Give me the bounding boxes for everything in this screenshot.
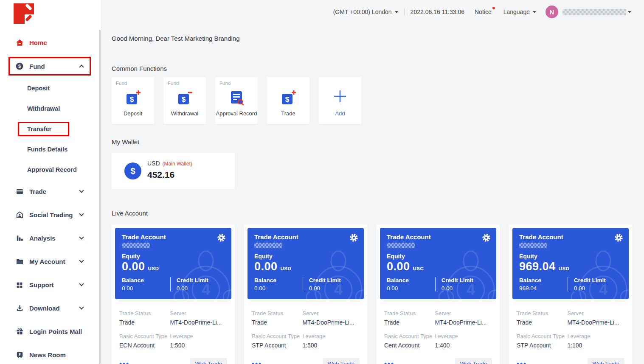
home-icon [15,38,24,47]
trade-plus-icon: $ [280,90,297,108]
sidebar-item-fund[interactable]: $ Fund [0,54,102,78]
sidebar-item-trade[interactable]: Trade [0,180,102,203]
sidebar-item-download[interactable]: Download [0,297,102,320]
wallet-amount: 452.16 [147,170,174,180]
web-trade-button[interactable]: Web Trade [190,358,227,364]
web-trade-button[interactable]: Web Trade [455,358,492,364]
account-number-redacted [254,243,282,248]
cf-card-withdrawal[interactable]: Fund $ Withdrawal [163,77,206,124]
leverage-value: 1:400 [435,342,492,349]
download-icon [15,304,24,313]
sidebar-item-withdrawal[interactable]: Withdrawal [0,98,102,119]
wallet-card[interactable]: $ USD(Main Wallet) 452.16 [112,153,235,189]
sidebar-item-social-trading[interactable]: Social Trading [0,203,102,227]
chevron-up-icon [79,64,84,69]
account-number-redacted [122,243,150,248]
wallet-main-tag: (Main Wallet) [163,161,192,167]
gear-icon[interactable] [349,233,358,242]
sidebar-item-transfer[interactable]: Transfer [0,119,102,139]
more-options-button[interactable]: ••• [384,362,394,364]
sidebar-item-funds-details[interactable]: Funds Details [0,139,102,160]
sidebar-item-deposit[interactable]: Deposit [0,78,102,98]
trade-account-card: 4 Trade Account Equity 0.00 USC Balance … [377,224,500,364]
trade-status-label: Trade Status [119,310,170,316]
server-value: MT4-DooPrime-Li... [435,319,492,326]
credit-limit-label: Credit Limit [442,277,489,283]
more-options-button[interactable]: ••• [119,362,129,364]
svg-text:$: $ [285,95,290,104]
more-options-button[interactable]: ••• [252,362,262,364]
account-type-label: Basic Account Type [252,333,302,339]
sidebar-item-news-room[interactable]: News Room [0,343,102,364]
account-type-label: Basic Account Type [517,333,567,339]
account-number-redacted [519,243,547,248]
balance-value: 0.00 [387,285,435,291]
sidebar-item-approval-record[interactable]: Approval Record [0,160,102,180]
username-redacted [562,9,626,15]
equity-label: Equity [519,253,622,260]
caret-down-icon [395,11,398,13]
trade-account-card: 4 Trade Account Equity 969.04 USD Balanc… [509,224,632,364]
trade-account-summary: 4 Trade Account Equity 969.04 USD Balanc… [512,228,629,299]
user-menu-caret-icon[interactable] [628,11,631,13]
equity-value: 0.00 [122,260,145,273]
account-type-value: Cent Account [384,342,435,349]
cf-card-trade[interactable]: $ Trade [267,77,309,124]
web-trade-button[interactable]: Web Trade [323,358,360,364]
svg-text:$: $ [130,95,134,104]
sidebar-item-login-points-mall[interactable]: Login Points Mall [0,320,102,343]
chevron-down-icon [79,211,84,216]
equity-label: Equity [122,253,225,260]
leverage-value: 1:500 [302,342,360,349]
svg-text:$: $ [182,95,186,104]
avatar[interactable]: N [546,6,558,18]
sidebar-item-home[interactable]: Home [0,31,102,54]
balance-value: 0.00 [254,285,303,291]
equity-currency: USD [148,266,159,271]
cf-card-deposit[interactable]: Fund $ Deposit [112,77,154,124]
brand-logo-icon[interactable] [14,3,34,24]
cf-card-add[interactable]: Add [319,77,361,124]
equity-value: 0.00 [387,260,410,273]
deposit-icon: $ [124,90,141,108]
chevron-down-icon [79,235,84,239]
balance-label: Balance [519,277,568,283]
credit-limit-label: Credit Limit [574,277,622,283]
chevron-down-icon [79,281,84,286]
gear-icon[interactable] [482,233,491,242]
timezone-dropdown[interactable]: (GMT +00:00) London [333,8,398,15]
trade-status-value: Trade [384,319,435,326]
gear-icon[interactable] [614,233,623,242]
trade-status-value: Trade [119,319,170,326]
balance-label: Balance [254,277,303,283]
sidebar-item-support[interactable]: Support [0,273,102,297]
equity-currency: USD [281,266,292,271]
sidebar-item-my-account[interactable]: My Account [0,250,102,273]
sidebar-item-analysis[interactable]: Analysis [0,227,102,250]
support-icon [15,281,24,289]
chevron-down-icon [79,188,84,193]
credit-limit-value: 0.00 [574,285,622,291]
server-label: Server [170,310,227,316]
sidebar-scrollbar[interactable] [99,30,101,364]
withdrawal-icon: $ [176,90,193,108]
gear-icon[interactable] [217,233,226,242]
equity-value: 969.04 [519,260,556,273]
cf-card-approval-record[interactable]: Fund Approval Record [215,77,258,124]
language-dropdown[interactable]: Language [503,8,536,15]
trade-account-card: 4 Trade Account Equity 0.00 USD Balance … [112,224,235,364]
equity-currency: USD [559,266,570,271]
credit-limit-value: 0.00 [442,285,489,291]
caret-down-icon [533,11,536,13]
chevron-down-icon [79,258,84,263]
notice-button[interactable]: Notice [475,8,492,15]
wallet-dollar-icon: $ [124,162,141,179]
sidebar-item-label: Fund [29,63,45,70]
account-type-label: Basic Account Type [384,333,435,339]
more-options-button[interactable]: ••• [517,362,527,364]
trade-account-card: 4 Trade Account Equity 0.00 USD Balance … [244,224,367,364]
server-label: Server [567,310,624,316]
datetime-display: 2022.06.16 11:33:06 [411,8,464,15]
web-trade-button[interactable]: Web Trade [588,358,624,364]
account-type-value: STP Account [252,342,302,349]
